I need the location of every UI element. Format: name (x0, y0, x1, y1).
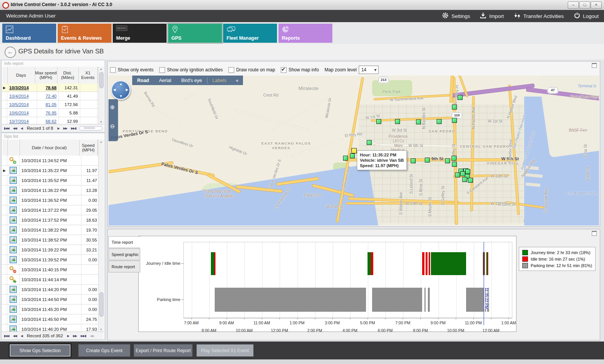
menu-item-import[interactable]: Import (480, 12, 504, 20)
gps-list-item[interactable]: 10/3/2014 11:45:20 PM0.00 (2, 304, 98, 314)
gps-list-item[interactable]: 10/3/2014 11:37:52 PM18.63 (2, 215, 98, 225)
tab-dashboard[interactable]: Dashboard (2, 24, 56, 43)
checkbox-show-only-events[interactable]: Show only events (110, 67, 154, 73)
chart-tab-route-report[interactable]: Route report (108, 261, 140, 272)
gps-list-item[interactable]: 10/3/2014 11:38:22 PM19.70 (2, 225, 98, 235)
gps-marker[interactable] (437, 119, 442, 124)
pager-prev-icon[interactable]: ◀◀ (13, 334, 17, 338)
pager-prev-icon[interactable]: ◀◀ (13, 127, 17, 130)
pager-scrollbar[interactable] (79, 126, 102, 130)
pager-next-icon[interactable]: ▶ (67, 334, 69, 338)
footer-button-show-gps-selection[interactable]: Show Gps Selection (10, 344, 71, 357)
chart-tab-time-report[interactable]: Time report (108, 236, 141, 248)
gps-marker[interactable] (452, 156, 457, 161)
cell-max-speed[interactable]: 78.68 (34, 84, 59, 92)
pager-next-icon[interactable]: ▶▶ (63, 127, 67, 130)
gps-list-item[interactable]: 10/3/2014 11:39:52 PM0.00 (2, 255, 98, 265)
gps-list-item[interactable]: 10/3/2014 11:36:52 PM0.00 (2, 195, 98, 205)
cell-max-speed[interactable]: 68.62 (34, 117, 59, 124)
gps-marker[interactable] (468, 178, 473, 183)
zoom-in-icon[interactable]: ⊕ (110, 104, 115, 111)
map-style-aerial[interactable]: Aerial (154, 78, 176, 83)
cell-days[interactable]: 10/4/2014 (7, 92, 37, 100)
pager-prev-icon[interactable]: ▮◀◀ (4, 127, 9, 130)
scroll-up-icon[interactable]: ▲ (100, 68, 102, 70)
map-maximize-icon[interactable] (592, 63, 597, 68)
close-button[interactable]: × (591, 2, 602, 9)
tab-gps[interactable]: GPS (168, 24, 222, 43)
cell-days[interactable]: 10/6/2014 (7, 109, 37, 117)
gps-list-item[interactable]: 10/3/2014 11:45:50 PM24.75 (2, 314, 98, 324)
table-row[interactable]: 10/4/201472.4041.49 (2, 92, 98, 100)
footer-button-create-gps-event[interactable]: Create Gps Event (78, 344, 130, 357)
footer-button-export-print-route-report[interactable]: Export / Print Route Report (134, 344, 193, 357)
menu-item-transfer-activities[interactable]: Transfer Activities (514, 12, 564, 20)
checkbox-box[interactable] (281, 67, 287, 73)
checkbox-box[interactable] (159, 67, 165, 73)
tab-merge[interactable]: MERGEMerge (113, 24, 167, 43)
info-scrollbar[interactable]: ▲▼ (98, 67, 104, 124)
checkbox-box[interactable] (110, 67, 116, 73)
gps-list-item[interactable]: 10/3/2014 11:35:52 PM11.47 (2, 176, 98, 185)
tab-reports[interactable]: Reports (279, 24, 332, 43)
gps-marker[interactable] (458, 95, 463, 100)
pager-prev-icon[interactable]: ▮◀◀ (4, 334, 9, 338)
cell-max-speed[interactable]: 76.95 (34, 109, 59, 117)
gps-list-item[interactable]: 10/3/2014 11:40:15 PM (2, 265, 98, 275)
gps-list-item[interactable]: 10/3/2014 11:34:52 PM (2, 156, 98, 166)
gps-marker[interactable] (465, 169, 470, 174)
checkbox-show-map-info[interactable]: Show map info (281, 67, 319, 73)
gps-marker[interactable] (416, 119, 421, 124)
gps-marker[interactable] (395, 119, 400, 124)
gps-list-item[interactable]: 10/3/2014 11:44:20 PM0.00 (2, 285, 98, 295)
cell-days[interactable]: 10/5/2014 (7, 100, 37, 108)
map-compass-control[interactable]: ▲ ▼ ◀ ▶ (111, 80, 131, 100)
tab-fleet-manager[interactable]: Fleet Manager (223, 24, 277, 43)
scroll-up-icon[interactable]: ▲ (100, 140, 102, 143)
map-style-road[interactable]: Road (132, 78, 154, 83)
table-row[interactable]: 10/6/201476.955.88 (2, 109, 98, 117)
chart-maximize-icon[interactable] (592, 231, 597, 236)
gps-marker-selected[interactable] (351, 148, 357, 153)
menu-item-settings[interactable]: Settings (442, 12, 470, 20)
map-style-birdseye[interactable]: Bird's eye (176, 78, 207, 83)
gps-list-item[interactable]: 10/3/2014 11:37:22 PM29.05 (2, 205, 98, 215)
chart-tab-speed-graphic[interactable]: Speed graphic (108, 248, 140, 260)
gps-marker[interactable] (455, 172, 460, 177)
map-zoom-select[interactable]: 14 (359, 66, 379, 74)
map-toolbar-collapse-icon[interactable]: « (232, 78, 243, 83)
scroll-thumb[interactable] (99, 292, 104, 317)
gps-list-item[interactable]: 10/3/2014 11:39:22 PM33.21 (2, 245, 98, 255)
checkbox-draw-route-on-map[interactable]: Draw route on map (228, 67, 275, 73)
gps-marker[interactable] (462, 177, 467, 182)
scroll-down-icon[interactable]: ▼ (100, 121, 102, 123)
gps-list-item[interactable]: ▶10/3/2014 11:35:22 PM11.97 (2, 166, 98, 176)
table-row[interactable]: ▶10/3/201478.68142.31 (2, 84, 98, 92)
gps-marker[interactable] (411, 158, 416, 163)
pager-next-icon[interactable]: ▶▶▮ (71, 127, 76, 130)
pager-next-icon[interactable]: ▶ (57, 127, 59, 130)
pager-next-icon[interactable]: ▶▶▮ (81, 334, 86, 338)
gps-scrollbar[interactable]: ▲▼ (98, 140, 104, 332)
menu-item-logout[interactable]: Logout (574, 12, 599, 20)
checkbox-show-only-ignition-activities[interactable]: Show only ignition activities (159, 67, 223, 73)
gps-marker[interactable] (367, 140, 372, 145)
gps-marker[interactable] (425, 158, 430, 163)
table-row[interactable]: 10/7/201468.6212.99 (2, 117, 98, 124)
pager-prev-icon[interactable]: ◀ (21, 334, 23, 338)
bing-map[interactable]: RoadAerialBird's eyeLabels« ▲ ▼ ◀ ▶ ⊕ ⊖ … (108, 76, 599, 225)
minimize-button[interactable]: – (568, 2, 579, 9)
gps-list-item[interactable]: 10/3/2014 11:38:52 PM30.55 (2, 235, 98, 245)
gps-marker[interactable] (350, 153, 355, 158)
cell-max-speed[interactable]: 81.05 (34, 100, 59, 108)
gps-list-item[interactable]: 10/3/2014 11:44:50 PM0.00 (2, 295, 98, 304)
cell-max-speed[interactable]: 72.40 (34, 92, 59, 100)
maximize-button[interactable]: □ (579, 2, 590, 9)
pager-prev-icon[interactable]: ◀ (21, 127, 23, 130)
gps-marker[interactable] (452, 105, 457, 110)
pager-next-icon[interactable]: ▶▶ (73, 334, 77, 338)
gps-marker[interactable] (343, 156, 348, 161)
cell-days[interactable]: 10/3/2014 (7, 84, 37, 92)
zoom-out-icon[interactable]: ⊖ (110, 123, 115, 130)
tab-events-reviews[interactable]: Events & Reviews (58, 24, 112, 43)
